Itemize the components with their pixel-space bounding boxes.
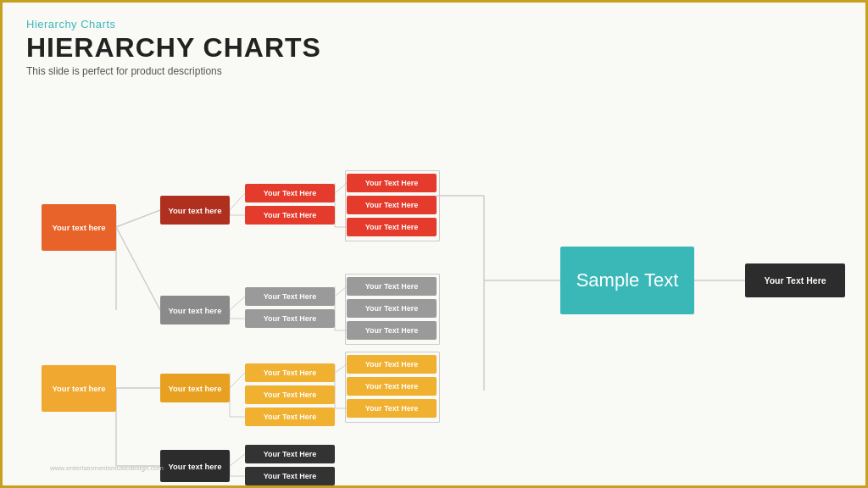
branch-node-4: Your text here — [160, 450, 230, 482]
header-label: Hierarchy Charts — [26, 18, 842, 30]
svg-line-13 — [230, 373, 245, 388]
mid-leaf-8: Your Text Here — [245, 445, 335, 463]
mid-leaf-6: Your Text Here — [245, 385, 335, 404]
right-leaf-2: Your Text Here — [347, 196, 437, 214]
svg-line-0 — [116, 210, 160, 227]
mid-leaf-5: Your Text Here — [245, 363, 335, 382]
right-leaf-1: Your Text Here — [347, 174, 437, 192]
svg-line-25 — [335, 364, 347, 373]
branch-node-2: Your text here — [160, 296, 230, 324]
svg-line-19 — [335, 183, 347, 193]
right-leaf-6: Your Text Here — [347, 321, 437, 340]
branch-node-1: Your text here — [160, 196, 230, 225]
dark-box: Your Text Here — [745, 263, 845, 297]
mid-leaf-4: Your Text Here — [245, 309, 335, 328]
chart-container: Your text here Your text here Your text … — [26, 86, 842, 479]
mid-leaf-7: Your Text Here — [245, 408, 335, 426]
root-node-2: Your text here — [42, 365, 116, 412]
right-leaf-4: Your Text Here — [347, 277, 437, 296]
mid-leaf-9: Your Text Here — [245, 467, 335, 485]
right-leaf-9: Your Text Here — [347, 399, 437, 418]
svg-line-22 — [335, 286, 347, 297]
right-leaf-8: Your Text Here — [347, 377, 437, 396]
teal-box: Sample Text — [560, 247, 694, 314]
right-leaf-5: Your Text Here — [347, 299, 437, 318]
svg-line-16 — [230, 454, 245, 466]
svg-line-7 — [230, 193, 245, 210]
root-node-1: Your text here — [42, 204, 116, 251]
right-leaf-7: Your Text Here — [347, 355, 437, 374]
mid-leaf-2: Your Text Here — [245, 206, 335, 225]
mid-leaf-3: Your Text Here — [245, 287, 335, 306]
right-leaf-3: Your Text Here — [347, 218, 437, 236]
header-subtitle: This slide is perfect for product descri… — [26, 65, 842, 77]
branch-node-3: Your text here — [160, 374, 230, 402]
mid-leaf-1: Your Text Here — [245, 184, 335, 202]
header-title: HIERARCHY CHARTS — [26, 32, 842, 64]
slide: Hierarchy Charts HIERARCHY CHARTS This s… — [3, 3, 865, 485]
svg-line-10 — [230, 297, 245, 310]
watermark: www.entertainmentsmusicdesign.com — [50, 464, 164, 472]
svg-line-1 — [116, 227, 160, 310]
